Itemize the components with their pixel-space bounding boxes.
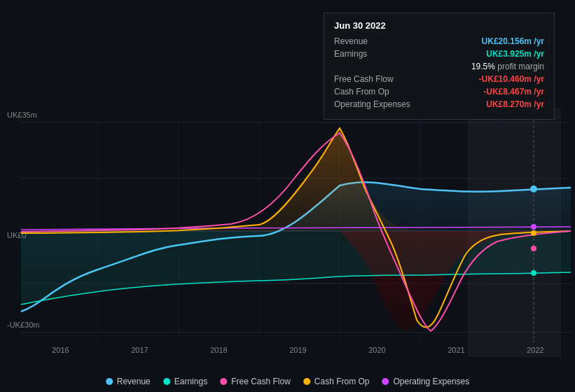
legend-dot-revenue	[106, 378, 113, 385]
legend-dot-opex	[382, 378, 389, 385]
legend-label-revenue: Revenue	[117, 377, 151, 386]
legend-dot-earnings	[163, 378, 170, 385]
legend-dot-fcf	[220, 378, 227, 385]
tooltip-row-revenue: Revenue UK£20.156m /yr	[334, 36, 544, 46]
tooltip-value-fcf: -UK£10.460m /yr	[479, 74, 544, 84]
x-label-2021: 2021	[417, 346, 496, 354]
legend-label-cfo: Cash From Op	[314, 377, 370, 386]
x-label-2018: 2018	[179, 346, 258, 354]
tooltip-card: Jun 30 2022 Revenue UK£20.156m /yr Earni…	[324, 13, 555, 120]
chart-svg	[0, 108, 575, 346]
legend-dot-cfo	[303, 378, 310, 385]
tooltip-row-fcf: Free Cash Flow -UK£10.460m /yr	[334, 74, 544, 84]
tooltip-profit-margin: 19.5% profit margin	[334, 62, 544, 71]
tooltip-row-opex: Operating Expenses UK£8.270m /yr	[334, 99, 544, 109]
x-label-2020: 2020	[338, 346, 417, 354]
legend-item-fcf: Free Cash Flow	[220, 377, 291, 386]
tooltip-value-opex: UK£8.270m /yr	[486, 99, 544, 109]
tooltip-row-earnings: Earnings UK£3.925m /yr	[334, 49, 544, 59]
x-axis: 2016 2017 2018 2019 2020 2021 2022	[21, 341, 575, 358]
tooltip-label-cfo: Cash From Op	[334, 87, 389, 97]
legend-item-earnings: Earnings	[163, 377, 207, 386]
fcf-dot	[531, 246, 536, 251]
tooltip-label-opex: Operating Expenses	[334, 99, 410, 109]
tooltip-label-earnings: Earnings	[334, 49, 367, 59]
revenue-dot	[530, 186, 537, 192]
x-label-2017: 2017	[100, 346, 179, 354]
tooltip-value-earnings: UK£3.925m /yr	[486, 49, 544, 59]
tooltip-row-cfo: Cash From Op -UK£8.467m /yr	[334, 87, 544, 97]
tooltip-date: Jun 30 2022	[334, 20, 544, 31]
tooltip-value-revenue: UK£20.156m /yr	[482, 36, 544, 46]
earnings-dot	[531, 270, 536, 276]
legend-label-opex: Operating Expenses	[394, 377, 470, 386]
legend-item-revenue: Revenue	[106, 377, 151, 386]
x-label-2019: 2019	[258, 346, 338, 354]
cfo-dot	[531, 230, 536, 236]
legend-label-earnings: Earnings	[174, 377, 207, 386]
tooltip-label-fcf: Free Cash Flow	[334, 74, 394, 84]
legend-item-cfo: Cash From Op	[303, 377, 370, 386]
x-label-2016: 2016	[21, 346, 100, 354]
legend-label-fcf: Free Cash Flow	[231, 377, 291, 386]
tooltip-label-revenue: Revenue	[334, 36, 368, 46]
x-label-2022: 2022	[496, 346, 575, 354]
tooltip-value-cfo: -UK£8.467m /yr	[483, 87, 544, 97]
legend: Revenue Earnings Free Cash Flow Cash Fro…	[106, 377, 470, 386]
legend-item-opex: Operating Expenses	[382, 377, 470, 386]
opex-dot	[531, 224, 536, 230]
